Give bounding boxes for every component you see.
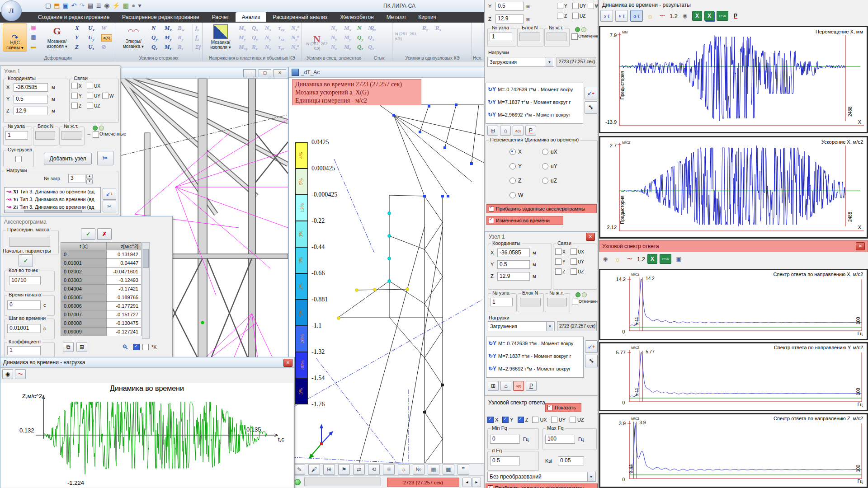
close-icon[interactable]: ✕ xyxy=(274,69,286,77)
load-window-titlebar[interactable]: Динамика во времени - нагрузка ✕ xyxy=(0,357,294,368)
radio-ux[interactable]: uX xyxy=(542,149,557,155)
ribbon-symbol[interactable]: Nz xyxy=(265,43,271,50)
screenshot-icon[interactable]: ◉ xyxy=(680,11,690,20)
ribbon-menu-item[interactable]: ◠◠Эпюры/ мозаика ▾ xyxy=(117,23,150,52)
model-window-titlebar[interactable]: — ▢ ✕ xyxy=(121,68,289,79)
ribbon-symbol[interactable]: X xyxy=(75,24,79,31)
ribbon-symbol[interactable]: Nxa xyxy=(291,24,299,31)
tab-2[interactable]: Расширенное редактирование xyxy=(116,12,206,22)
ribbon-symbol[interactable]: Σf xyxy=(195,43,201,50)
link-check-uz[interactable]: UZ xyxy=(571,268,584,275)
save-icon[interactable]: ▣ xyxy=(674,254,684,263)
link-check-y[interactable]: Y xyxy=(557,3,571,9)
ribbon-symbol[interactable]: Qz xyxy=(357,43,363,50)
checkbox-icon[interactable] xyxy=(87,83,93,89)
node-loads-moment-list[interactable]: ↻YM=-0.742639 т*м - Момент вокру↻YM=7.18… xyxy=(486,83,583,124)
coefficient-field[interactable]: 1 xyxy=(7,346,41,355)
ribbon-symbol[interactable]: Nx xyxy=(331,24,337,31)
export-table-icon[interactable]: ⊞ xyxy=(488,381,499,391)
ribbon-symbol[interactable]: fy xyxy=(195,24,199,31)
ribbon-symbol[interactable]: Rz xyxy=(422,24,428,31)
open-folder-icon[interactable]: ⬒ xyxy=(54,1,60,9)
ribbon-symbol[interactable]: Rz xyxy=(252,43,257,50)
p-flag-icon[interactable]: P xyxy=(525,126,536,136)
ribbon-big-button[interactable]: ↷НДС схемы ▾ xyxy=(3,23,27,52)
z-coordinate-field[interactable]: 12.9 xyxy=(14,107,48,115)
y-coordinate-field[interactable]: 0.5 xyxy=(495,2,524,11)
checkbox-icon[interactable] xyxy=(87,93,93,99)
ribbon-symbol[interactable]: ⊘ xyxy=(101,43,106,50)
radio-icon[interactable] xyxy=(509,149,516,155)
table-row[interactable]: 0.010010.04447 xyxy=(61,259,142,267)
tab-6[interactable]: Железобетон xyxy=(334,12,380,22)
block-field[interactable] xyxy=(519,33,540,41)
ribbon-symbol[interactable]: Qz xyxy=(151,43,157,50)
start-time-field[interactable]: 0 xyxy=(7,300,41,310)
3d-view-icon[interactable]: ▥ xyxy=(123,1,129,9)
ribbon-symbol[interactable]: Rz xyxy=(178,43,183,50)
palette-icon[interactable]: ▦ xyxy=(428,464,439,475)
undo-icon[interactable]: ↶ xyxy=(71,1,77,9)
books-icon[interactable]: ≣ xyxy=(96,1,101,9)
moment-list-item[interactable]: ↻YM=2.96692 т*м - Момент вокруг xyxy=(486,362,583,375)
column-header[interactable]: z[м/с^2] xyxy=(107,242,142,250)
checkbox-icon[interactable] xyxy=(71,83,78,89)
checkbox-icon[interactable] xyxy=(570,417,576,423)
add-load-icon[interactable]: ↙+ xyxy=(585,87,597,99)
flash-icon[interactable]: ⚡ xyxy=(112,1,120,9)
blue-grid-icon[interactable]: ▦ xyxy=(29,34,38,42)
add-load-icon[interactable]: ↙+ xyxy=(103,188,116,200)
show-button[interactable]: Показать xyxy=(545,403,581,412)
comment-icon[interactable]: ❞ xyxy=(458,464,469,475)
radio-uz[interactable]: uZ xyxy=(542,178,557,184)
checkbox-icon[interactable] xyxy=(102,93,108,99)
pale-dot-icon[interactable] xyxy=(581,27,586,32)
chart-icon[interactable]: 〜 xyxy=(657,11,667,20)
moment-list-item[interactable]: ↻YM=7.1837 т*м - Момент вокруг г xyxy=(486,350,583,362)
ribbon-big-button[interactable]: NN (252, 262 КЭ) xyxy=(305,23,329,52)
ribbon-menu-item[interactable]: GМозаика/ изополя ▾ xyxy=(41,23,73,52)
node-number-field[interactable]: 1 xyxy=(490,33,512,41)
link-check-z[interactable]: Z xyxy=(555,268,569,275)
checkbox-icon[interactable] xyxy=(87,103,93,109)
y-coordinate-field[interactable]: 0.5 xyxy=(497,260,530,269)
spectrum-window-titlebar[interactable]: Узловой спектр ответа ✕ xyxy=(599,240,868,252)
pencil-icon[interactable]: ✎ xyxy=(293,464,305,475)
table-icon[interactable]: ⊞ xyxy=(76,342,87,352)
numbers-icon[interactable]: № xyxy=(413,464,425,475)
checkbox-icon[interactable] xyxy=(502,417,509,423)
y-coordinate-field[interactable]: 0.5 xyxy=(14,95,48,103)
brush-icon[interactable]: 🖌︎ xyxy=(308,464,320,475)
copy-icon[interactable]: ⧉ xyxy=(63,342,74,352)
ribbon-symbol[interactable]: Uy xyxy=(88,34,94,41)
time-changes-button[interactable]: Изменения во времени xyxy=(486,216,563,225)
ribbon-symbol[interactable]: Ux xyxy=(88,24,94,31)
ribbon-symbol[interactable]: N xyxy=(357,24,361,31)
link-check-w[interactable]: W xyxy=(102,93,116,99)
mosaic-icon[interactable]: ▩ xyxy=(443,464,454,475)
checkbox-icon[interactable] xyxy=(572,13,579,19)
edit-load-icon[interactable]: ✂ xyxy=(103,201,116,212)
ribbon-symbol[interactable]: Ny xyxy=(368,24,374,31)
load-list-item[interactable]: ↝YiТип 3. Динамика во времени (вд xyxy=(5,195,100,203)
excel-icon[interactable]: X xyxy=(647,254,657,264)
redo-icon[interactable]: ↷ xyxy=(79,1,85,9)
tab-5[interactable]: Расширенный анализ xyxy=(266,12,334,22)
ribbon-symbol[interactable]: Mx xyxy=(165,24,172,31)
excel-save-icon[interactable]: X xyxy=(704,11,714,21)
checkbox-icon[interactable] xyxy=(71,93,78,99)
close-icon[interactable]: ✕ xyxy=(586,233,595,241)
zht-field[interactable] xyxy=(61,131,81,140)
screenshot-icon[interactable]: ◉ xyxy=(2,369,13,379)
report-p-icon[interactable]: P xyxy=(731,11,741,20)
node-loads-moment-list[interactable]: ↻YM=-0.742639 т*м - Момент вокру↻YM=7.18… xyxy=(486,337,584,378)
direction-check-y[interactable]: Y xyxy=(502,417,513,423)
table-row[interactable]: 0.05005-0.189765 xyxy=(61,293,142,302)
ribbon-symbol[interactable]: My xyxy=(344,34,351,41)
marked-checkbox[interactable] xyxy=(571,33,578,40)
table-row[interactable]: 0.07007-0.151727 xyxy=(61,310,142,319)
tab-3[interactable]: Расчет xyxy=(206,12,236,22)
radio-icon[interactable] xyxy=(509,163,516,169)
add-accelerograms-button[interactable]: Прибавить заданные акселерограммы xyxy=(486,204,597,213)
z-coordinate-field[interactable]: 12.9 xyxy=(495,14,524,23)
